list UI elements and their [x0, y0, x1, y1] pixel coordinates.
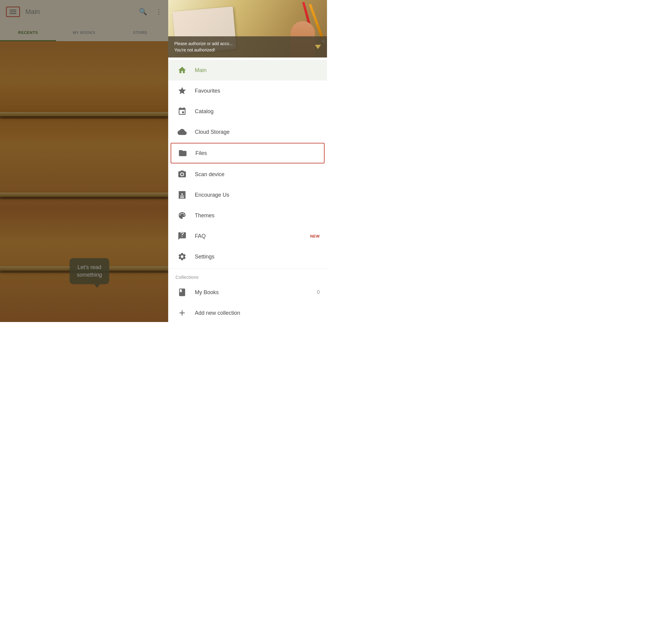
- menu-label-themes: Themes: [195, 212, 320, 219]
- auth-dropdown-arrow[interactable]: [315, 45, 321, 49]
- menu-item-add-collection[interactable]: Add new collection: [168, 303, 327, 322]
- home-icon: [176, 64, 189, 77]
- auth-text: Please authorize or add acco... You're n…: [174, 41, 233, 53]
- menu-item-my-books[interactable]: My Books 0: [168, 282, 327, 303]
- menu-item-settings[interactable]: Settings: [168, 246, 327, 267]
- menu-label-favourites: Favourites: [195, 88, 320, 94]
- auth-notification[interactable]: Please authorize or add acco... You're n…: [168, 36, 327, 58]
- scan-icon: [176, 168, 189, 181]
- drawer-header: Please authorize or add acco... You're n…: [168, 0, 327, 58]
- menu-item-cloud-storage[interactable]: Cloud Storage: [168, 122, 327, 142]
- menu-label-encourage-us: Encourage Us: [195, 192, 320, 198]
- drawer-menu: Main Favourites Catalog: [168, 58, 327, 322]
- menu-label-faq: FAQ: [195, 233, 310, 239]
- my-books-count: 0: [317, 290, 320, 295]
- cloud-icon: [176, 125, 189, 139]
- book-icon: [176, 286, 189, 299]
- dollar-icon: [176, 188, 189, 202]
- menu-item-themes[interactable]: Themes: [168, 205, 327, 226]
- menu-item-catalog[interactable]: Catalog: [168, 101, 327, 122]
- menu-label-add-collection: Add new collection: [195, 310, 320, 316]
- menu-label-scan-device: Scan device: [195, 171, 320, 178]
- faq-icon: [176, 229, 189, 243]
- settings-icon: [176, 250, 189, 263]
- menu-item-favourites[interactable]: Favourites: [168, 80, 327, 101]
- menu-label-catalog: Catalog: [195, 108, 320, 115]
- folder-icon: [176, 146, 189, 160]
- star-icon: [176, 84, 189, 97]
- menu-label-files: Files: [195, 150, 319, 157]
- faq-new-badge: NEW: [310, 234, 320, 238]
- menu-divider: [168, 268, 327, 269]
- palette-icon: [176, 209, 189, 222]
- collections-section-header: Collections: [168, 270, 327, 282]
- menu-item-faq[interactable]: FAQ NEW: [168, 226, 327, 246]
- menu-label-settings: Settings: [195, 254, 320, 260]
- menu-label-main: Main: [195, 67, 320, 73]
- menu-label-cloud-storage: Cloud Storage: [195, 129, 320, 135]
- menu-item-files[interactable]: Files: [171, 143, 325, 163]
- menu-label-my-books: My Books: [195, 289, 317, 296]
- menu-item-encourage-us[interactable]: Encourage Us: [168, 185, 327, 205]
- navigation-drawer: Please authorize or add acco... You're n…: [168, 0, 327, 322]
- menu-item-scan-device[interactable]: Scan device: [168, 164, 327, 185]
- menu-item-main[interactable]: Main: [168, 60, 327, 80]
- plus-icon: [176, 306, 189, 320]
- catalog-icon: [176, 105, 189, 118]
